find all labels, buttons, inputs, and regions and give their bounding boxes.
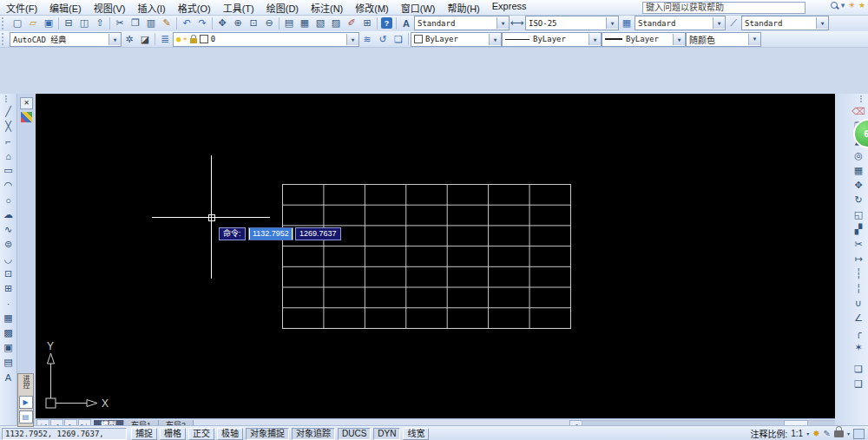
table-style-combo[interactable]: Standard ▼ <box>635 16 726 30</box>
publish-icon[interactable]: ⇧ <box>92 16 108 30</box>
scale-icon[interactable]: ◱ <box>851 207 866 222</box>
polyline-icon[interactable]: ⌐ <box>1 134 16 148</box>
plotstyle-combo[interactable]: 随颜色 ▼ <box>686 32 761 47</box>
widget-list-button[interactable]: ▤ <box>19 410 33 424</box>
menu-item[interactable]: 格式(O) <box>172 0 217 16</box>
move-icon[interactable]: ✥ <box>851 178 866 193</box>
help-search-input[interactable]: 键入问题以获取帮助 <box>642 2 806 14</box>
lineweight-combo[interactable]: ByLayer ▼ <box>602 32 686 47</box>
clean-screen-icon[interactable] <box>853 429 865 439</box>
paste-icon[interactable]: ▥ <box>143 16 159 30</box>
designcenter-icon[interactable]: ▦ <box>297 16 312 30</box>
chevron-down-icon[interactable]: ▼ <box>496 17 509 29</box>
line-icon[interactable]: ╱ <box>1 104 16 119</box>
break-icon[interactable]: ╎ <box>851 281 866 296</box>
array-icon[interactable]: ▦ <box>851 163 866 178</box>
close-icon[interactable]: ✕ <box>20 97 33 109</box>
cut-icon[interactable]: ✂ <box>112 16 128 30</box>
toolbar-grip[interactable] <box>860 95 866 102</box>
chevron-down-icon[interactable]: ▼ <box>108 34 121 45</box>
color-combo[interactable]: ByLayer ▼ <box>411 32 502 47</box>
chamfer-icon[interactable]: ∠ <box>851 311 866 325</box>
chevron-down-icon[interactable]: ▾ <box>847 430 850 437</box>
snap-toggle[interactable]: 捕捉 <box>131 428 157 440</box>
chevron-down-icon[interactable]: ▼ <box>713 17 725 29</box>
markup-icon[interactable]: ✐ <box>344 16 359 30</box>
spline-icon[interactable]: ∿ <box>1 222 16 237</box>
plot-preview-icon[interactable]: ◫ <box>76 16 92 30</box>
construction-line-icon[interactable]: ╳ <box>1 119 16 134</box>
layer-freeze-sun-icon[interactable]: ☀ <box>182 35 187 43</box>
chevron-down-icon[interactable]: ▼ <box>346 34 358 45</box>
linetype-combo[interactable]: ByLayer ▼ <box>502 32 602 47</box>
ortho-toggle[interactable]: 正交 <box>188 428 214 440</box>
annotation-scale-value[interactable]: 1:1 <box>791 429 803 438</box>
annotation-visibility-icon[interactable]: ✸ <box>812 429 819 438</box>
ellipse-icon[interactable]: ⊜ <box>1 237 16 252</box>
help-icon[interactable]: ? <box>381 17 392 29</box>
menu-item[interactable]: 文件(F) <box>0 0 43 16</box>
coordinate-readout[interactable]: 1132.7952, 1269.7637, 0.0000 <box>2 428 127 440</box>
osnap-toggle[interactable]: 对象捕捉 <box>246 428 289 440</box>
arc-icon[interactable]: ◠ <box>1 178 16 193</box>
undo-icon[interactable]: ↶ <box>179 16 194 30</box>
quickcalc-icon[interactable]: ⊞ <box>359 16 375 30</box>
multiline-text-icon[interactable]: A <box>1 370 16 384</box>
toolbar-grip[interactable] <box>5 95 11 102</box>
redo-icon[interactable]: ↷ <box>194 16 210 30</box>
menu-item[interactable]: 插入(I) <box>131 0 171 16</box>
palette-icon[interactable] <box>21 112 32 122</box>
pan-icon[interactable]: ✥ <box>214 16 230 30</box>
menu-item[interactable]: 修改(M) <box>349 0 395 16</box>
drawing-canvas[interactable]: 命令: 1132.7952 1269.7637 Y X <box>36 94 835 418</box>
layer-color-swatch[interactable] <box>200 35 208 43</box>
erase-icon[interactable]: ⌫ <box>851 104 866 119</box>
annotation-autoscale-icon[interactable]: ✎ <box>824 429 831 438</box>
layer-isolate-icon[interactable]: ❏ <box>391 32 406 46</box>
workspace-settings-icon[interactable]: ✲ <box>122 32 137 46</box>
menu-item[interactable]: 编辑(E) <box>43 0 88 16</box>
otrack-toggle[interactable]: 对象追踪 <box>292 428 335 440</box>
menu-item[interactable]: 窗口(W) <box>395 0 442 16</box>
search-icon[interactable] <box>831 2 838 10</box>
copy-icon[interactable]: ❐ <box>128 16 143 30</box>
dim-style-combo[interactable]: ISO-25 ▼ <box>525 16 619 30</box>
search-dropdown-arrow[interactable]: ▾ <box>840 1 846 10</box>
toolbar-lock-icon[interactable] <box>834 430 844 437</box>
region-icon[interactable]: ▣ <box>1 340 16 355</box>
menu-item[interactable]: 帮助(H) <box>442 0 486 16</box>
ducs-toggle[interactable]: DUCS <box>338 428 371 440</box>
plot-icon[interactable]: ⊟ <box>61 16 76 30</box>
revision-cloud-icon[interactable]: ☁ <box>1 207 16 222</box>
chevron-down-icon[interactable]: ▼ <box>673 34 685 45</box>
dynamic-input-y-field[interactable]: 1269.7637 <box>295 227 341 240</box>
menu-item[interactable]: 工具(T) <box>217 0 260 16</box>
draworder-front-icon[interactable]: ❏ <box>851 362 866 377</box>
layer-on-bulb-icon[interactable]: ● <box>176 35 181 43</box>
toolbar-grip[interactable] <box>2 17 8 30</box>
menu-item[interactable]: 视图(V) <box>88 0 132 16</box>
chevron-down-icon[interactable]: ▼ <box>489 34 501 45</box>
make-block-icon[interactable]: ⊞ <box>1 281 16 296</box>
lineweight-toggle[interactable]: 线宽 <box>403 428 429 440</box>
extend-icon[interactable]: ↦ <box>851 252 866 266</box>
favorites-icon[interactable]: ★ <box>858 1 866 10</box>
match-properties-icon[interactable]: ✎ <box>159 16 174 30</box>
sheet-set-manager-icon[interactable]: ▨ <box>328 16 344 30</box>
layer-states-icon[interactable]: ≋ <box>359 32 375 46</box>
polygon-icon[interactable]: ⌂ <box>1 148 16 163</box>
layer-combo[interactable]: ● ☀ 0 ▼ <box>173 32 359 47</box>
chevron-down-icon[interactable]: ▼ <box>606 17 618 29</box>
rectangle-icon[interactable]: ▭ <box>1 163 16 178</box>
text-style-combo[interactable]: Standard ▼ <box>414 16 510 30</box>
zoom-realtime-icon[interactable]: ⊕ <box>230 16 246 30</box>
circle-icon[interactable]: ○ <box>1 193 16 207</box>
insert-block-icon[interactable]: ⊡ <box>1 266 16 281</box>
chevron-down-icon[interactable]: ▼ <box>816 17 828 29</box>
zoom-window-icon[interactable]: ⊡ <box>246 16 261 30</box>
chevron-down-icon[interactable]: ▾ <box>806 430 809 437</box>
explode-icon[interactable]: ✶ <box>851 340 866 355</box>
tool-palettes-icon[interactable]: ▧ <box>312 16 328 30</box>
dynamic-input-x-field[interactable]: 1132.7952 <box>248 227 293 240</box>
join-icon[interactable]: ∪ <box>851 296 866 311</box>
